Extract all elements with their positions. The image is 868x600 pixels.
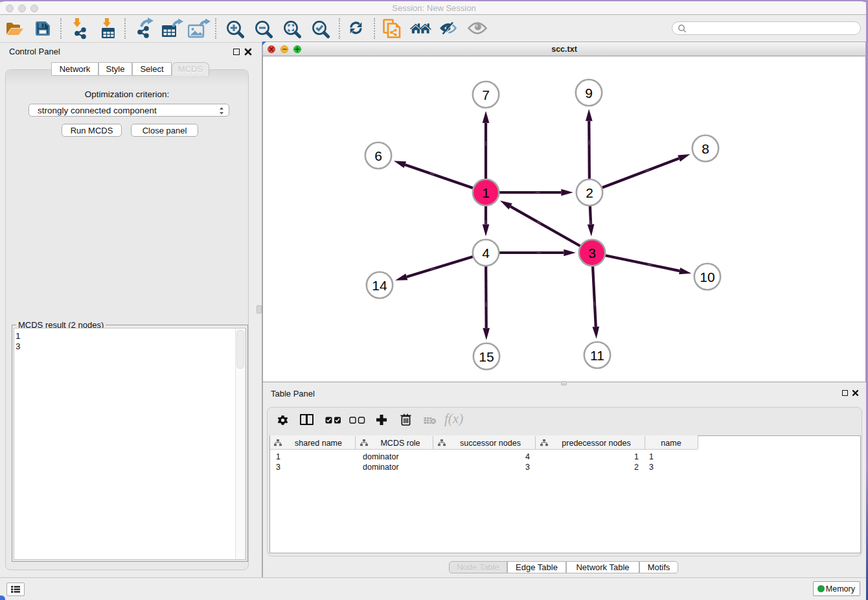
svg-text:11: 11 [590,348,604,363]
svg-text:8: 8 [702,141,709,156]
svg-text:6: 6 [374,148,382,163]
svg-text:9: 9 [585,86,593,100]
svg-text:2: 2 [586,185,593,200]
svg-text:7: 7 [482,87,490,102]
svg-text:14: 14 [372,278,387,293]
svg-text:1: 1 [482,185,490,200]
svg-text:4: 4 [482,246,490,260]
svg-text:3: 3 [588,246,596,260]
svg-text:15: 15 [479,349,494,364]
svg-text:10: 10 [700,270,714,284]
